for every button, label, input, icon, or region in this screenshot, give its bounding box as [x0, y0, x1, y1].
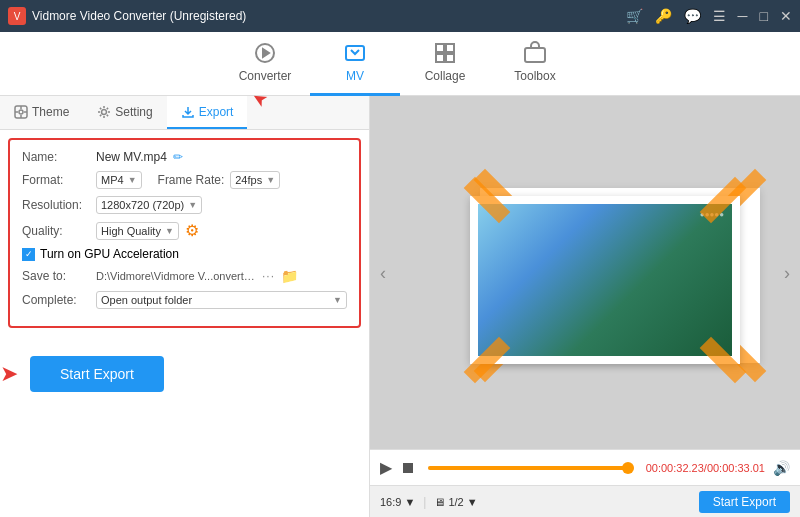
svg-rect-6: [446, 54, 454, 62]
framerate-select[interactable]: 24fps ▼: [230, 171, 280, 189]
svg-rect-5: [436, 54, 444, 62]
preview-frame-front: ●●●●●: [470, 196, 740, 364]
quality-value: High Quality: [101, 225, 161, 237]
tab-export-label: Export: [199, 105, 234, 119]
preview-area: ‹ ●●●●●: [370, 96, 800, 449]
maximize-btn[interactable]: □: [760, 8, 768, 24]
quality-select[interactable]: High Quality ▼: [96, 222, 179, 240]
gpu-checkbox[interactable]: [22, 248, 35, 261]
aspect-ratio-arrow-icon: ▼: [404, 496, 415, 508]
preview-image: ●●●●●: [478, 204, 732, 356]
preview-prev-icon[interactable]: ‹: [380, 262, 386, 283]
complete-select[interactable]: Open output folder ▼: [96, 291, 347, 309]
main-content: Theme Setting Export ➤: [0, 96, 800, 517]
stop-icon[interactable]: ⏹: [400, 459, 416, 477]
quality-gear-icon[interactable]: ⚙: [185, 221, 199, 240]
play-icon[interactable]: ▶: [380, 458, 392, 477]
svg-point-9: [19, 110, 23, 114]
key-icon[interactable]: 🔑: [655, 8, 672, 24]
framerate-arrow-icon: ▼: [266, 175, 275, 185]
saveto-path: D:\Vidmore\Vidmore V...onverter\MV Expor…: [96, 270, 256, 282]
cart-icon[interactable]: 🛒: [626, 8, 643, 24]
format-arrow-icon: ▼: [128, 175, 137, 185]
export-panel: Name: New MV.mp4 ✏ Format: MP4 ▼ Frame R…: [8, 138, 361, 328]
start-export-main-button[interactable]: Start Export: [30, 356, 164, 392]
aspect-ratio-select[interactable]: 16:9 ▼: [380, 496, 415, 508]
tab-setting-label: Setting: [115, 105, 152, 119]
saveto-dots-btn[interactable]: ···: [262, 269, 275, 283]
right-panel: ‹ ●●●●●: [370, 96, 800, 517]
quality-label: Quality:: [22, 224, 90, 238]
format-row: Format: MP4 ▼ Frame Rate: 24fps ▼: [22, 171, 347, 189]
tab-export[interactable]: Export ➤: [167, 96, 248, 129]
saveto-row: Save to: D:\Vidmore\Vidmore V...onverter…: [22, 268, 347, 284]
format-value: MP4: [101, 174, 124, 186]
resolution-value: 1280x720 (720p): [101, 199, 184, 211]
page-value: 1/2: [448, 496, 463, 508]
chat-icon[interactable]: 💬: [684, 8, 701, 24]
volume-icon[interactable]: 🔊: [773, 460, 790, 476]
title-bar: V Vidmore Video Converter (Unregistered)…: [0, 0, 800, 32]
saveto-label: Save to:: [22, 269, 90, 283]
name-value: New MV.mp4: [96, 150, 167, 164]
start-export-right-button[interactable]: Start Export: [699, 491, 790, 513]
minimize-btn[interactable]: ─: [738, 8, 748, 24]
quality-arrow-icon: ▼: [165, 226, 174, 236]
aspect-left: 16:9 ▼ | 🖥 1/2 ▼: [380, 495, 478, 509]
framerate-label: Frame Rate:: [158, 173, 225, 187]
nav-collage-label: Collage: [425, 69, 466, 83]
complete-row: Complete: Open output folder ▼: [22, 291, 347, 309]
close-btn[interactable]: ✕: [780, 8, 792, 24]
svg-point-14: [102, 109, 107, 114]
aspect-separator: |: [423, 495, 426, 509]
resolution-select[interactable]: 1280x720 (720p) ▼: [96, 196, 202, 214]
export-btn-area: ➤ Start Export: [0, 340, 369, 408]
preview-next-icon[interactable]: ›: [784, 262, 790, 283]
nav-toolbox[interactable]: Toolbox: [490, 32, 580, 96]
framerate-value: 24fps: [235, 174, 262, 186]
complete-value: Open output folder: [101, 294, 192, 306]
format-select[interactable]: MP4 ▼: [96, 171, 142, 189]
aspect-bar: 16:9 ▼ | 🖥 1/2 ▼ Start Export: [370, 485, 800, 517]
nav-mv[interactable]: MV: [310, 32, 400, 96]
nav-collage[interactable]: Collage: [400, 32, 490, 96]
svg-rect-4: [446, 44, 454, 52]
time-slider-thumb: [622, 462, 634, 474]
svg-marker-1: [263, 49, 269, 57]
format-label: Format:: [22, 173, 90, 187]
menu-icon[interactable]: ☰: [713, 8, 726, 24]
saveto-folder-icon[interactable]: 📁: [281, 268, 298, 284]
page-select[interactable]: 🖥 1/2 ▼: [434, 496, 477, 508]
nav-bar: Converter MV Collage Toolbox: [0, 32, 800, 96]
left-panel: Theme Setting Export ➤: [0, 96, 370, 517]
complete-label: Complete:: [22, 293, 90, 307]
preview-frames: ●●●●●: [420, 168, 750, 378]
tab-theme[interactable]: Theme: [0, 96, 83, 129]
time-display: 00:00:32.23/00:00:33.01: [646, 462, 765, 474]
app-title: Vidmore Video Converter (Unregistered): [32, 9, 246, 23]
tab-theme-label: Theme: [32, 105, 69, 119]
nav-mv-label: MV: [346, 69, 364, 83]
time-slider[interactable]: [428, 466, 634, 470]
gpu-row: Turn on GPU Acceleration: [22, 247, 347, 261]
resolution-row: Resolution: 1280x720 (720p) ▼: [22, 196, 347, 214]
resolution-arrow-icon: ▼: [188, 200, 197, 210]
name-label: Name:: [22, 150, 90, 164]
page-arrow-icon: ▼: [467, 496, 478, 508]
app-icon: V: [8, 7, 26, 25]
resolution-label: Resolution:: [22, 198, 90, 212]
name-edit-icon[interactable]: ✏: [173, 150, 183, 164]
quality-row: Quality: High Quality ▼ ⚙: [22, 221, 347, 240]
export-arrow-icon: ➤: [0, 361, 18, 387]
name-row: Name: New MV.mp4 ✏: [22, 150, 347, 164]
gpu-label: Turn on GPU Acceleration: [40, 247, 179, 261]
tab-setting[interactable]: Setting: [83, 96, 166, 129]
time-slider-fill: [428, 466, 628, 470]
nav-toolbox-label: Toolbox: [514, 69, 555, 83]
aspect-ratio-value: 16:9: [380, 496, 401, 508]
nav-converter[interactable]: Converter: [220, 32, 310, 96]
svg-rect-3: [436, 44, 444, 52]
nav-converter-label: Converter: [239, 69, 292, 83]
complete-arrow-icon: ▼: [333, 295, 342, 305]
sub-tabs: Theme Setting Export ➤: [0, 96, 369, 130]
